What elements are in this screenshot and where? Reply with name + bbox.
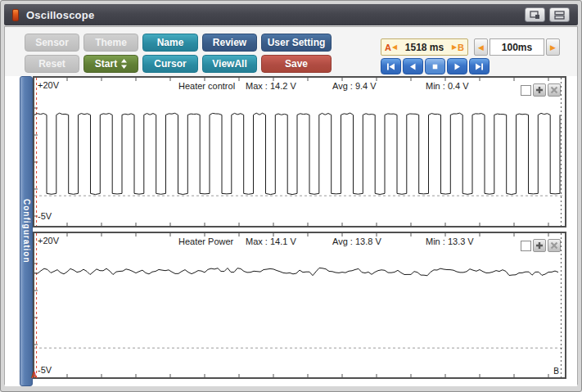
plus-icon	[535, 241, 544, 250]
close-panel-button[interactable]	[548, 239, 561, 252]
cursor-b-tag: B	[458, 43, 464, 52]
plus-icon	[535, 86, 544, 94]
timebase-value: 100ms	[490, 38, 544, 56]
y-axis-top-label: +20V	[38, 236, 59, 246]
y-axis-bottom-label: -5V	[38, 365, 52, 375]
panel-title: Heater control	[178, 81, 235, 91]
split-view-button[interactable]	[549, 7, 570, 22]
panel-controls	[521, 239, 561, 252]
stop-button[interactable]	[425, 58, 445, 74]
ab-range-display: A ◀ 1518 ms ▶ B	[381, 38, 468, 56]
review-button[interactable]: Review	[202, 34, 257, 52]
save-button[interactable]: Save	[261, 55, 332, 73]
theme-button[interactable]: Theme	[83, 34, 138, 52]
close-panel-button[interactable]	[548, 83, 561, 97]
content-area: Sensor Theme Name Review User Setting Re…	[4, 26, 578, 385]
stop-icon	[431, 62, 440, 71]
max-value: Max : 14.2 V	[246, 81, 296, 91]
play-button[interactable]	[447, 58, 467, 74]
skip-start-icon	[386, 62, 395, 71]
min-value: Min : 13.3 V	[426, 237, 474, 246]
avg-value: Avg : 9.4 V	[332, 81, 377, 91]
reset-button[interactable]: Reset	[25, 55, 79, 73]
titlebar: Oscilloscope	[4, 4, 578, 25]
skip-start-button[interactable]	[381, 58, 401, 74]
dock-window-icon	[530, 11, 540, 20]
name-button[interactable]: Name	[142, 34, 198, 52]
step-back-button[interactable]	[403, 58, 423, 74]
min-value: Min : 0.4 V	[426, 81, 469, 91]
start-button-label: Start	[95, 58, 117, 70]
main-area: Configuration +20V Heater control Max : …	[5, 76, 577, 386]
max-value: Max : 14.1 V	[246, 237, 296, 246]
start-button[interactable]: Start	[83, 55, 138, 73]
cursor-a-tag: A	[385, 43, 391, 52]
split-view-icon	[554, 11, 565, 20]
y-axis-top-label: +20V	[38, 80, 59, 90]
toolbar-buttons: Sensor Theme Name Review User Setting Re…	[25, 34, 332, 73]
heater-control-waveform	[34, 78, 565, 226]
viewall-button[interactable]: ViewAll	[202, 55, 257, 73]
window-controls	[525, 7, 570, 22]
close-icon	[550, 86, 558, 94]
charts-container: +20V Heater control Max : 14.2 V Avg : 9…	[33, 76, 566, 386]
playback-controls	[381, 58, 490, 74]
skip-end-button[interactable]	[469, 58, 490, 74]
step-back-icon	[408, 62, 417, 71]
scope-panel-heater-control: +20V Heater control Max : 14.2 V Avg : 9…	[33, 76, 566, 228]
app-icon	[12, 9, 19, 21]
zoom-in-button[interactable]	[533, 239, 546, 252]
window-title: Oscilloscope	[26, 9, 94, 21]
ab-left-arrow-icon[interactable]: ◀	[391, 43, 398, 51]
cursor-a-marker[interactable]: A	[31, 371, 37, 380]
timebase-decrease-button[interactable]: ◀	[474, 38, 488, 56]
scope-panel-heater-power: +20V Heater Power Max : 14.1 V Avg : 13.…	[33, 232, 566, 379]
right-arrow-icon: ▶	[550, 43, 556, 52]
skip-end-icon	[475, 62, 484, 71]
left-arrow-icon: ◀	[478, 43, 484, 52]
cursor-button[interactable]: Cursor	[142, 55, 198, 73]
channel-checkbox[interactable]	[521, 241, 531, 251]
oscilloscope-window: Oscilloscope Sensor Theme	[0, 0, 582, 392]
sensor-button[interactable]: Sensor	[25, 34, 79, 52]
zoom-in-button[interactable]	[533, 83, 546, 97]
play-icon	[453, 62, 462, 71]
spinner-updown-icon	[121, 59, 127, 69]
user-setting-button[interactable]: User Setting	[261, 34, 332, 52]
panel-title: Heater Power	[178, 237, 233, 246]
heater-power-waveform	[34, 233, 565, 377]
dock-window-button[interactable]	[525, 7, 545, 22]
close-icon	[550, 241, 558, 250]
ab-range-value: 1518 ms	[398, 42, 451, 53]
configuration-tab[interactable]: Configuration	[20, 76, 33, 386]
avg-value: Avg : 13.8 V	[332, 237, 381, 246]
channel-checkbox[interactable]	[521, 85, 531, 96]
toolbar: Sensor Theme Name Review User Setting Re…	[5, 27, 577, 76]
ab-right-arrow-icon[interactable]: ▶	[451, 43, 458, 51]
y-axis-bottom-label: -5V	[38, 211, 52, 221]
panel-controls	[521, 83, 561, 97]
configuration-tab-label: Configuration	[22, 199, 31, 264]
timebase-increase-button[interactable]: ▶	[546, 38, 560, 56]
cursor-b-marker[interactable]: B	[553, 367, 559, 376]
